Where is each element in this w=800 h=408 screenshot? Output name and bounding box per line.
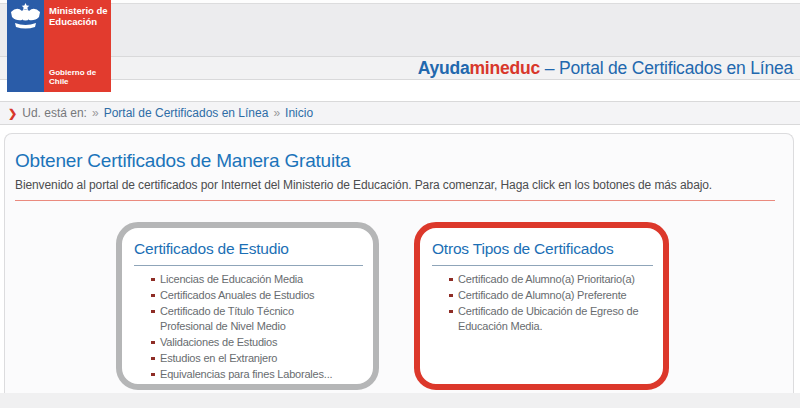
list-item-link[interactable]: Certificados Anuales de Estudios [160,288,371,303]
box-title-otros-certificados: Otros Tipos de Certificados [432,240,653,266]
page-title: Obtener Certificados de Manera Gratuita [15,150,793,172]
breadcrumb-separator: » [92,106,99,120]
list-item-link[interactable]: Certificado de Alumno(a) Preferente [458,288,661,303]
main-content-panel: Obtener Certificados de Manera Gratuita … [4,133,794,393]
breadcrumb-separator: » [273,106,280,120]
page-footer-background [0,393,800,408]
brand-ayuda: Ayuda [418,58,470,78]
otros-certificados-list: Certificado de Alumno(a) Prioritario(a) … [432,272,661,334]
title-band: Ayudamineduc – Portal de Certificados en… [0,57,800,80]
red-separator [15,200,775,201]
box-otros-tipos-certificados[interactable]: Otros Tipos de Certificados Certificado … [414,222,669,390]
site-title-rest: – Portal de Certificados en Línea [540,58,793,78]
ministry-label: Ministerio de Educación [49,6,109,27]
site-title: Ayudamineduc – Portal de Certificados en… [418,58,793,79]
list-item-link[interactable]: Certificado de Título Técnico Profesiona… [160,304,371,334]
government-label: Gobierno de Chile [49,68,109,86]
list-item-link[interactable]: Certificado de Alumno(a) Prioritario(a) [458,272,661,287]
box-certificados-de-estudio[interactable]: Certificados de Estudio Licencias de Edu… [116,222,379,390]
coat-of-arms-icon [8,2,43,32]
box-title-certificados-estudio: Certificados de Estudio [134,240,363,266]
logo-blue-panel [7,0,44,92]
breadcrumb-prefix: Ud. está en: [22,106,87,120]
mineduc-logo[interactable]: Ministerio de Educación Gobierno de Chil… [7,0,111,92]
logo-red-panel: Ministerio de Educación Gobierno de Chil… [44,0,111,92]
breadcrumb-link-portal[interactable]: Portal de Certificados en Línea [104,106,269,120]
list-item-link[interactable]: Validaciones de Estudios [160,335,371,350]
list-item-link[interactable]: Estudios en el Extranjero [160,351,371,366]
certificate-boxes-row: Certificados de Estudio Licencias de Edu… [116,222,793,390]
certificados-estudio-list: Licencias de Educación Media Certificado… [134,272,371,382]
breadcrumb-link-inicio[interactable]: Inicio [285,106,313,120]
list-item-link[interactable]: Equivalencias para fines Laborales... [160,367,371,382]
brand-mineduc: mineduc [469,58,540,78]
list-item-link[interactable]: Licencias de Educación Media [160,272,371,287]
breadcrumb: ❯ Ud. está en: » Portal de Certificados … [0,101,800,125]
header-band [0,3,800,57]
list-item-link[interactable]: Certificado de Ubicación de Egreso de Ed… [458,304,661,334]
breadcrumb-arrow-icon: ❯ [8,107,17,120]
header-gap [0,80,800,101]
intro-text: Bienvenido al portal de certificados por… [15,178,793,192]
